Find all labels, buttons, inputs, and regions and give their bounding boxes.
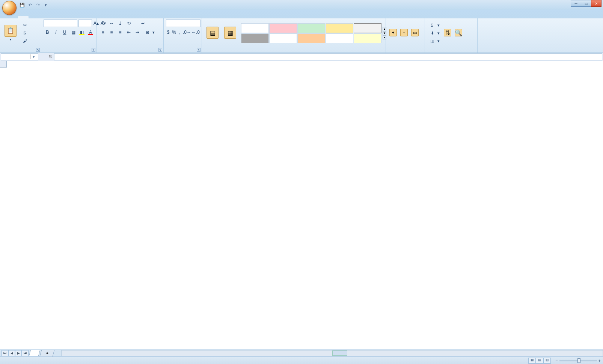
view-normal-icon[interactable]: ▦ [528,358,536,364]
cells-label [388,47,422,53]
align-left-icon[interactable]: ≡ [99,29,107,36]
font-color-button[interactable]: A [87,29,94,36]
zoom-in-icon[interactable]: + [598,358,601,363]
sheet-nav-prev-icon[interactable]: ◀ [8,350,15,356]
qat-dropdown-icon[interactable]: ▾ [42,2,49,9]
increase-indent-icon[interactable]: ⇥ [134,29,141,36]
format-painter-button[interactable]: 🖌 [20,37,31,45]
align-top-icon[interactable]: ⤒ [99,20,107,27]
font-launcher-icon[interactable]: ⬊ [92,48,95,52]
fill-button[interactable]: ⬇ ▾ [427,29,442,37]
zoom-slider[interactable] [559,360,597,361]
sheet-tab-sheet1[interactable] [29,350,41,356]
select-all-corner[interactable] [0,61,7,68]
fill-color-button[interactable]: ◧ [78,29,86,36]
number-format-select[interactable] [166,20,200,27]
comma-icon[interactable]: , [178,29,182,36]
align-bottom-icon[interactable]: ⤓ [116,20,124,27]
editing-label [427,47,475,53]
minimize-button[interactable]: ─ [571,0,581,7]
wrap-icon: ↩ [140,20,146,26]
namebox-dropdown-icon[interactable]: ▾ [30,54,36,59]
quick-access-toolbar: 💾 ↶ ↷ ▾ [19,2,49,9]
format-cells-button[interactable]: ▭ [410,28,420,38]
redo-icon[interactable]: ↷ [35,2,41,9]
alignment-launcher-icon[interactable]: ⬊ [158,48,162,52]
italic-button[interactable]: I [52,29,60,36]
fx-icon[interactable]: fx [47,53,53,61]
undo-icon[interactable]: ↶ [27,2,33,9]
underline-button[interactable]: U [61,29,68,36]
style-linked-cell[interactable] [326,33,353,43]
decrease-decimal-icon[interactable]: ←.0 [192,29,199,36]
number-launcher-icon[interactable]: ⬊ [197,48,200,52]
currency-icon[interactable]: $ [166,29,170,36]
find-icon: 🔍 [455,29,462,36]
insert-cells-button[interactable]: + [388,28,398,38]
merge-icon: ⊟ [144,29,150,35]
style-good[interactable] [297,23,325,33]
wrap-text-button[interactable]: ↩ [138,20,149,27]
close-button[interactable]: ✕ [591,0,601,7]
clipboard-launcher-icon[interactable]: ⬊ [36,48,40,52]
font-name-select[interactable] [44,20,77,27]
align-right-icon[interactable]: ≡ [116,29,124,36]
merge-center-button[interactable]: ⊟ ▾ [142,29,157,36]
delete-cells-button[interactable]: − [399,28,409,38]
orientation-icon[interactable]: ⟲ [125,20,133,27]
eraser-icon: ◫ [429,38,435,44]
percent-icon[interactable]: % [172,29,176,36]
align-center-icon[interactable]: ≡ [108,29,115,36]
autosum-button[interactable]: Σ ▾ [427,21,442,29]
tab-home[interactable] [18,16,29,18]
sheet-nav-last-icon[interactable]: ⏭ [22,350,29,356]
ribbon: 📋 ▾ ✂ ⎘ 🖌 ⬊ A▴ A▾ B I U ▦ ◧ A [0,18,603,53]
style-explanatory[interactable] [269,33,297,43]
font-size-select[interactable] [78,20,92,27]
increase-decimal-icon[interactable]: .0→ [183,29,191,36]
style-calculation[interactable] [354,23,381,33]
style-neutral[interactable] [326,23,353,33]
brush-icon: 🖌 [22,38,28,44]
style-check-cell[interactable] [241,33,269,43]
tab-view[interactable] [81,16,92,18]
group-styles: ▤ ▦ ▲▼▾ [202,18,386,53]
name-box[interactable]: ▾ [1,53,38,60]
conditional-formatting-button[interactable]: ▤ [204,26,221,40]
clear-button[interactable]: ◫ ▾ [427,37,442,45]
paste-button[interactable]: 📋 ▾ [2,24,19,42]
new-sheet-tab[interactable]: ✦ [40,350,55,356]
zoom-out-icon[interactable]: − [555,358,558,363]
bold-button[interactable]: B [44,29,51,36]
tab-page-layout[interactable] [39,16,50,18]
cut-button[interactable]: ✂ [20,21,31,29]
cells-area[interactable] [7,68,603,349]
style-normal[interactable] [241,23,269,33]
sheet-nav-first-icon[interactable]: ⏮ [2,350,8,356]
copy-button[interactable]: ⎘ [20,29,31,37]
sort-filter-button[interactable]: ⇅ [443,28,452,38]
find-select-button[interactable]: 🔍 [454,28,463,38]
style-bad[interactable] [269,23,297,33]
maximize-button[interactable]: ▭ [581,0,591,7]
border-button[interactable]: ▦ [69,29,77,36]
tab-insert[interactable] [29,16,39,18]
sheet-nav-next-icon[interactable]: ▶ [15,350,22,356]
formula-input[interactable] [54,53,602,60]
sort-icon: ⇅ [444,29,451,36]
style-note[interactable] [354,33,381,43]
format-as-table-button[interactable]: ▦ [222,26,238,40]
tab-formulas[interactable] [50,16,60,18]
decrease-indent-icon[interactable]: ⇤ [125,29,133,36]
tab-team[interactable] [92,16,102,18]
worksheet-grid[interactable] [0,61,603,349]
tab-data[interactable] [60,16,71,18]
tab-review[interactable] [71,16,81,18]
style-input[interactable] [297,33,325,43]
horizontal-scrollbar[interactable] [61,350,603,356]
view-page-break-icon[interactable]: ▥ [543,358,551,364]
office-button[interactable] [2,1,17,15]
save-icon[interactable]: 💾 [19,2,26,9]
align-middle-icon[interactable]: ↔ [108,20,115,27]
view-page-layout-icon[interactable]: ▤ [536,358,543,364]
